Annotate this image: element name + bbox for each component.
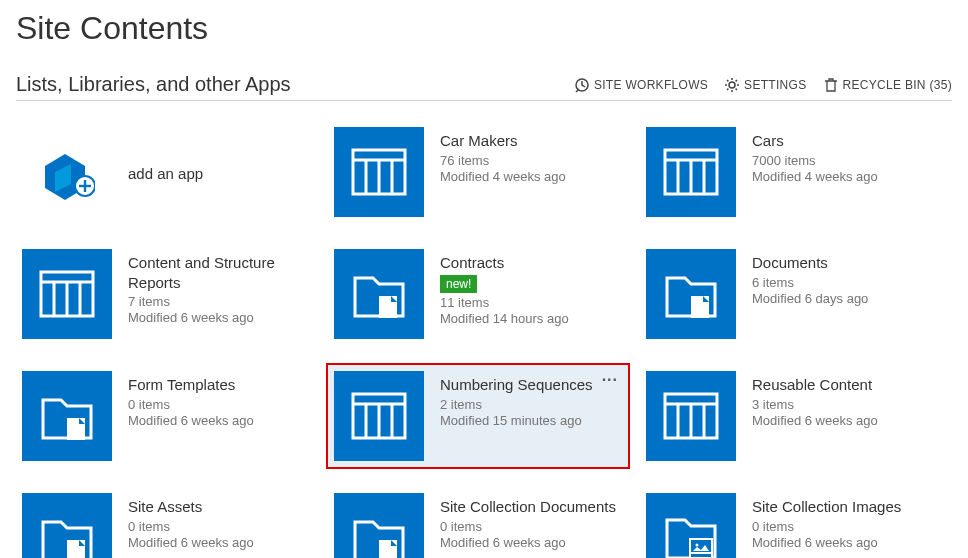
workflows-label: SITE WORKFLOWS [594,78,708,92]
add-an-app[interactable]: add an app [16,121,316,223]
actions-row: Lists, Libraries, and other Apps SITE WO… [16,73,952,101]
site-workflows-link[interactable]: SITE WORKFLOWS [574,77,708,93]
app-items-count: 2 items [440,397,622,412]
app-items-count: 76 items [440,153,622,168]
app-modified-text: Modified 6 weeks ago [440,535,622,550]
app-title[interactable]: Cars [752,131,934,151]
app-title[interactable]: Car Makers [440,131,622,151]
app-item[interactable]: Content and Structure Reports7 itemsModi… [16,243,316,345]
settings-label: SETTINGS [744,78,806,92]
app-modified-text: Modified 15 minutes ago [440,413,622,428]
app-title[interactable]: Content and Structure Reports [128,253,310,292]
app-modified-text: Modified 4 weeks ago [752,169,934,184]
app-items-count: 0 items [440,519,622,534]
list-icon [646,127,736,217]
app-title[interactable]: Site Collection Documents [440,497,622,517]
app-modified-text: Modified 6 weeks ago [128,310,310,325]
app-modified-text: Modified 6 weeks ago [128,535,310,550]
app-items-count: 7000 items [752,153,934,168]
new-badge: new! [440,275,477,293]
settings-link[interactable]: SETTINGS [724,77,806,93]
app-item[interactable]: Site Assets0 itemsModified 6 weeks ago [16,487,316,558]
list-icon [334,371,424,461]
app-modified-text: Modified 6 weeks ago [752,413,934,428]
recycle-bin-link[interactable]: RECYCLE BIN (35) [823,77,953,93]
app-items-count: 0 items [128,397,310,412]
app-title[interactable]: Contracts [440,253,622,273]
app-item[interactable]: Cars7000 itemsModified 4 weeks ago [640,121,940,223]
workflows-icon [574,77,590,93]
app-items-count: 6 items [752,275,934,290]
app-item[interactable]: Contractsnew!11 itemsModified 14 hours a… [328,243,628,345]
app-item[interactable]: Documents6 itemsModified 6 days ago [640,243,940,345]
recycle-label: RECYCLE BIN (35) [843,78,953,92]
ellipsis-icon[interactable]: ··· [602,371,618,389]
app-item[interactable]: Form Templates0 itemsModified 6 weeks ag… [16,365,316,467]
library-icon [334,249,424,339]
app-items-count: 3 items [752,397,934,412]
app-item[interactable]: Numbering Sequences2 itemsModified 15 mi… [328,365,628,467]
app-item[interactable]: Reusable Content3 itemsModified 6 weeks … [640,365,940,467]
app-items-count: 0 items [752,519,934,534]
app-item[interactable]: Site Collection Images0 itemsModified 6 … [640,487,940,558]
app-item[interactable]: Car Makers76 itemsModified 4 weeks ago [328,121,628,223]
app-modified-text: Modified 6 weeks ago [128,413,310,428]
add-app-label: add an app [128,164,310,184]
app-item[interactable]: Site Collection Documents0 itemsModified… [328,487,628,558]
app-title[interactable]: Site Assets [128,497,310,517]
app-title[interactable]: Documents [752,253,934,273]
library-icon [334,493,424,558]
list-icon [646,371,736,461]
list-icon [22,249,112,339]
app-title[interactable]: Form Templates [128,375,310,395]
app-items-count: 11 items [440,295,622,310]
library-icon [646,249,736,339]
app-title[interactable]: Reusable Content [752,375,934,395]
image-library-icon [646,493,736,558]
list-icon [334,127,424,217]
app-items-count: 0 items [128,519,310,534]
app-modified-text: Modified 6 weeks ago [752,535,934,550]
library-icon [22,371,112,461]
gear-icon [724,77,740,93]
subtitle: Lists, Libraries, and other Apps [16,73,558,96]
page-title: Site Contents [16,10,952,47]
app-modified-text: Modified 4 weeks ago [440,169,622,184]
app-items-count: 7 items [128,294,310,309]
library-icon [22,493,112,558]
add-app-icon [22,127,112,217]
apps-grid: add an app Car Makers76 itemsModified 4 … [16,121,952,558]
app-title[interactable]: Site Collection Images [752,497,934,517]
app-modified-text: Modified 14 hours ago [440,311,622,326]
recycle-icon [823,77,839,93]
app-title[interactable]: Numbering Sequences [440,375,622,395]
app-modified-text: Modified 6 days ago [752,291,934,306]
